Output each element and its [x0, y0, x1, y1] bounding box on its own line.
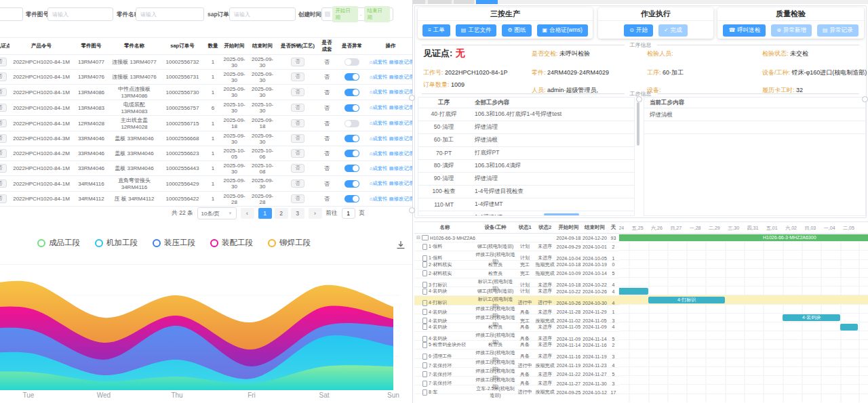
process-row[interactable]: 110·MT1-4焊缝MT [418, 198, 634, 211]
split-no-button[interactable]: 否 [291, 119, 304, 127]
modify-record-link[interactable]: ▤修改记录 [389, 196, 412, 202]
witness-no-button[interactable]: 否 [0, 194, 7, 203]
witness-no-button[interactable]: 否 [0, 179, 7, 188]
process-row[interactable]: 100·检查1-4号焊缝目视检查 [418, 186, 634, 198]
gantt-bar[interactable] [840, 324, 857, 331]
split-no-button[interactable]: 否 [291, 104, 304, 112]
completeness-link[interactable]: ⌂成套性 [370, 165, 389, 171]
process-row[interactable]: 80·满焊106.3和106.4满焊 [418, 160, 634, 173]
completeness-link[interactable]: ⌂成套性 [370, 180, 389, 186]
part-name-input[interactable] [136, 7, 204, 21]
completeness-link[interactable]: ⌂成套性 [370, 104, 389, 110]
table-row[interactable]: 否2022HPCH1020-84-1M13RM4086中性点连接板 13RM40… [0, 85, 412, 100]
completeness-link[interactable]: ⌂成套性 [370, 89, 389, 95]
gantt-row[interactable]: 4·装码块铆工(核电制造部)计划未进序2024-10-222024-10-264 [414, 287, 619, 296]
create-time-daterange[interactable]: 开始日期 - 结束日期 [321, 7, 393, 21]
abnormal-toggle[interactable] [344, 58, 359, 66]
splitter-handle-left-bottom[interactable] [409, 207, 415, 213]
异常新增-button[interactable]: ⊕异常新增 [771, 24, 812, 37]
modify-record-link[interactable]: ▤修改记录 [389, 135, 412, 142]
abnormal-toggle[interactable] [344, 195, 359, 203]
gantt-row[interactable]: 7·装保持环焊接工段(核电制造部)具备未进序2024-11-222024-11-… [414, 368, 619, 377]
clipped-filter-input[interactable] [0, 7, 23, 21]
modify-record-link[interactable]: ▤修改记录 [389, 104, 412, 110]
gantt-bar[interactable] [619, 288, 648, 295]
process-row[interactable]: 60·加工焊缝清根 [418, 134, 634, 147]
sap-order-input[interactable] [229, 7, 296, 21]
gantt-row[interactable]: 8·车立车-2.5米(核电制造部)进行中按期完成2024-09-252024-1… [414, 385, 619, 394]
split-no-button[interactable]: 否 [291, 149, 304, 157]
splitter-handle-middle[interactable] [636, 96, 642, 102]
gantt-bar-H1026-66-3·MHZ2A6300[interactable]: H1026-66-3·MHZ2A6300 [619, 234, 868, 241]
abnormal-toggle[interactable] [344, 135, 359, 142]
completeness-link[interactable]: ⌂成套性 [370, 135, 389, 142]
process-row[interactable]: 50·清理焊缝清理 [418, 121, 634, 134]
completeness-link[interactable]: ⌂成套性 [370, 74, 389, 80]
prev-page-button[interactable]: ‹ [241, 208, 254, 219]
table-row[interactable]: 否2022HPCH1020-84-1M13RM4083电缆装配 13RM4083… [0, 100, 412, 116]
legend-item-3[interactable]: 装压工段 [153, 238, 195, 248]
split-no-button[interactable]: 否 [291, 58, 304, 66]
abnormal-toggle[interactable] [344, 120, 359, 127]
download-chart-icon[interactable] [396, 240, 406, 252]
table-row[interactable]: 否2022HPCH1020-84-1M33RM4046盖板 33RM404610… [0, 161, 412, 176]
gantt-row[interactable]: 7·装保持环焊接工段(核电制造部)进行中按期完成2024-11-192024-1… [414, 359, 619, 368]
abnormal-toggle[interactable] [344, 89, 359, 96]
完成-button[interactable]: ✓完成 [658, 24, 688, 37]
process-row[interactable]: 120·UT1-4焊缝UT [418, 211, 634, 216]
witness-no-button[interactable]: 否 [0, 104, 7, 112]
table-row[interactable]: 否2022HPCH1020-84-2M33RM4046盖板 33RM404610… [0, 146, 412, 161]
开始-button[interactable]: ⊙开始 [624, 24, 653, 37]
modify-record-link[interactable]: ▤修改记录 [389, 165, 412, 171]
abnormal-toggle[interactable] [344, 150, 359, 157]
legend-item-4[interactable]: 装配工段 [210, 238, 253, 248]
process-row[interactable]: 70·PT打底焊PT [418, 147, 634, 160]
gantt-row[interactable]: 4·装码块检查员具备未进序2024-11-052024-11-094 [414, 323, 619, 332]
next-page-button[interactable]: › [309, 208, 322, 219]
start-date-pill[interactable]: 开始日期 [332, 6, 358, 22]
process-row[interactable]: 90·清理焊缝清理 [418, 173, 634, 186]
gantt-row[interactable]: 5·检查码全块外径检查员具备未进序2024-11-142024-11-162 [414, 341, 619, 349]
table-row[interactable]: 否2022HPCH1020-84-1M34RM4112压 板 34RM41121… [0, 192, 412, 207]
gantt-row[interactable]: 4·装码块焊接工段(核电制造部)具备未进序2024-11-282024-11-2… [414, 305, 619, 314]
goto-page-input[interactable] [342, 208, 355, 219]
split-no-button[interactable]: 否 [291, 72, 304, 81]
vertical-scrollbar[interactable] [637, 102, 639, 146]
horizontal-scrollbar[interactable] [544, 213, 579, 215]
process-row[interactable]: 40·打底焊106.3和106.4打底焊1-4号焊缝test [418, 108, 634, 121]
legend-item-1[interactable]: 成品工段 [37, 238, 80, 248]
split-no-button[interactable]: 否 [291, 134, 304, 142]
witness-no-button[interactable]: 否 [0, 164, 7, 172]
witness-no-button[interactable]: 否 [0, 88, 7, 96]
modify-record-link[interactable]: ▤修改记录 [389, 180, 412, 186]
completeness-link[interactable]: ⌂成套性 [370, 120, 389, 126]
gantt-row[interactable]: 6·清理工件焊接工段(核电制造部)具备未进序2024-11-162024-11-… [414, 349, 619, 358]
split-no-button[interactable]: 否 [291, 88, 304, 96]
modify-record-link[interactable]: ▤修改记录 [389, 150, 412, 156]
completeness-link[interactable]: ⌂成套性 [370, 59, 389, 65]
tab-active[interactable] [476, 0, 498, 4]
tab-3[interactable] [454, 0, 474, 4]
gantt-row[interactable]: 4·装码块焊接工段(核电制造部)完工按期完成2024-11-022024-11-… [414, 314, 619, 323]
呼叫送检-button[interactable]: ☎呼叫送检 [723, 24, 766, 37]
工艺文件-button[interactable]: ▤工艺文件 [456, 24, 497, 37]
witness-no-button[interactable]: 否 [0, 149, 7, 157]
gantt-row[interactable]: ⊟H1026-66-3·MHZ2A63002024-09-182024-12-2… [414, 234, 619, 242]
witness-no-button[interactable]: 否 [0, 72, 7, 81]
gantt-row[interactable]: 1·领料焊接工段(核电制造部)计划未进序2024-10-042024-10-05… [414, 251, 619, 260]
gantt-row[interactable]: 1·领料铆工(核电制造部)计划未进序2024-09-292024-10-012 [414, 242, 619, 251]
completeness-link[interactable]: ⌂成套性 [370, 196, 389, 202]
part-number-input[interactable] [47, 7, 113, 21]
split-no-button[interactable]: 否 [291, 179, 304, 188]
abnormal-toggle[interactable] [344, 73, 359, 81]
page-size-select[interactable]: 10条/页 ▼ [197, 207, 237, 219]
tab-1[interactable] [413, 0, 425, 4]
gantt-row[interactable]: 4·打标识标识工(核电制造部)进行中进行中2024-10-262024-10-3… [414, 296, 619, 305]
witness-no-button[interactable]: 否 [0, 58, 7, 66]
合格证(wms)-button[interactable]: ▣合格证(wms) [537, 24, 588, 37]
table-row[interactable]: 否2022HPCH1020-84-1M12RM4028主出线盒盖 12RM402… [0, 116, 412, 131]
gantt-bar-4·打标识[interactable]: 4·打标识 [648, 297, 725, 303]
gantt-row[interactable]: 7·装保持环焊接工段(核电制造部)具备未进序2024-11-272024-11-… [414, 377, 619, 385]
gantt-row[interactable]: 2·材料核实检查员完工拖期完成2024-10-092024-10-145 [414, 270, 619, 278]
split-no-button[interactable]: 否 [291, 194, 304, 203]
